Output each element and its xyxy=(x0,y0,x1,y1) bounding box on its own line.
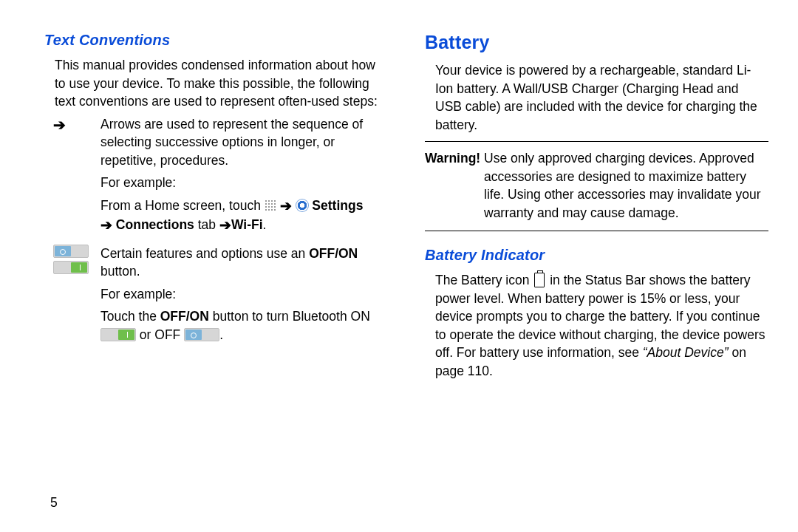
arrow-example-line: From a Home screen, touch ➔ Settings ➔ C… xyxy=(100,197,388,236)
convention-arrow-row: ➔ Arrows are used to represent the seque… xyxy=(44,115,388,240)
tab-word: tab xyxy=(194,217,219,232)
toggle-off-icon xyxy=(184,328,219,341)
arrow-icon: ➔ xyxy=(53,117,66,132)
toggle-body: Certain features and options use an OFF/… xyxy=(100,245,388,349)
about-device-ref: “About Device” xyxy=(643,345,729,360)
apps-grid-icon xyxy=(265,200,276,211)
wifi-text: Wi-Fi xyxy=(231,217,263,232)
toggle-line1a: Certain features and options use an xyxy=(100,246,309,261)
period: . xyxy=(263,217,267,232)
toggle-line1b: button. xyxy=(100,264,140,279)
heading-battery: Battery xyxy=(425,30,768,55)
toggle-for-example: For example: xyxy=(100,285,388,304)
convention-toggle-row: Certain features and options use an OFF/… xyxy=(44,245,388,349)
arrow-body: Arrows are used to represent the sequenc… xyxy=(100,115,388,240)
toggle-line2: Touch the OFF/ON button to turn Bluetoot… xyxy=(100,307,388,344)
settings-gear-icon xyxy=(296,199,309,212)
arrow-symbol-cell: ➔ xyxy=(44,115,87,240)
heading-battery-indicator: Battery Indicator xyxy=(425,245,768,265)
page-number: 5 xyxy=(50,494,58,512)
arrow-icon: ➔ xyxy=(219,217,231,233)
arrow-icon: ➔ xyxy=(280,198,292,214)
bi-a: The Battery icon xyxy=(435,273,533,287)
toggle-on-icon xyxy=(100,328,136,341)
period: . xyxy=(219,327,223,342)
toggle-on-icon xyxy=(53,261,89,274)
toggle-icons-cell xyxy=(44,245,87,349)
toggle-line2b: button to turn Bluetooth ON xyxy=(209,309,370,324)
text-conventions-intro: This manual provides condensed informati… xyxy=(55,56,388,111)
toggle-off-icon xyxy=(53,245,89,258)
offon-bold-2: OFF/ON xyxy=(160,309,209,324)
battery-indicator-para: The Battery icon in the Status Bar shows… xyxy=(435,271,768,380)
toggle-or: or OFF xyxy=(136,327,184,342)
toggle-line2a: Touch the xyxy=(100,309,160,324)
warning-block: Warning! Use only approved charging devi… xyxy=(425,141,768,231)
page-columns: Text Conventions This manual provides co… xyxy=(44,30,768,384)
arrow-ex-prefix: From a Home screen, touch xyxy=(100,198,265,213)
arrow-icon: ➔ xyxy=(100,217,112,233)
toggle-line1: Certain features and options use an OFF/… xyxy=(100,245,388,281)
warning-label: Warning! xyxy=(425,151,480,166)
offon-bold-1: OFF/ON xyxy=(309,246,358,261)
right-column: Battery Your device is powered by a rech… xyxy=(425,30,768,384)
heading-text-conventions: Text Conventions xyxy=(44,30,388,50)
settings-text: Settings xyxy=(309,198,364,213)
left-column: Text Conventions This manual provides co… xyxy=(44,30,388,384)
warning-body-text: Use only approved charging devices. Appr… xyxy=(480,151,760,220)
arrow-for-example: For example: xyxy=(100,174,388,192)
connections-text: Connections xyxy=(112,217,194,232)
battery-icon xyxy=(534,273,545,287)
arrow-desc: Arrows are used to represent the sequenc… xyxy=(100,115,388,170)
warning-text: Warning! Use only approved charging devi… xyxy=(484,149,768,222)
battery-para1: Your device is powered by a rechargeable… xyxy=(435,61,768,134)
